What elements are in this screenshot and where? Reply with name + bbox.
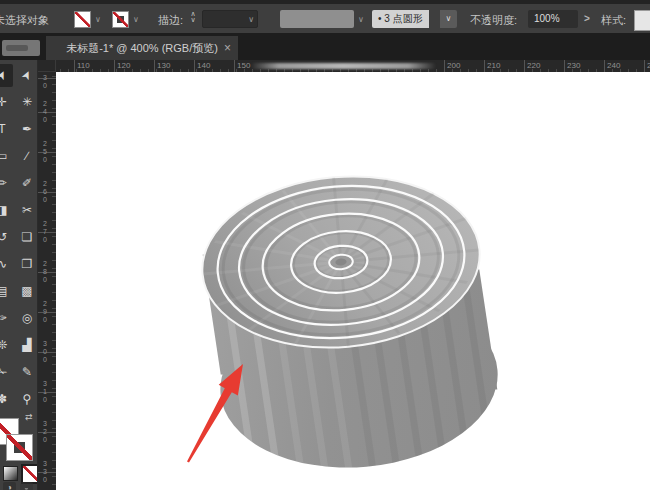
- none-fill-slash: [75, 12, 90, 27]
- magic-wand-tool[interactable]: ✛: [0, 91, 13, 114]
- style-swatch[interactable]: [634, 10, 650, 31]
- scissors-tool-icon: ✂: [22, 199, 32, 222]
- gradient-tool[interactable]: ▩: [16, 280, 38, 303]
- none-slash: [23, 466, 38, 482]
- pen-tool-icon: ✒: [22, 118, 32, 141]
- type-tool[interactable]: T: [0, 118, 13, 141]
- control-panel: 未选择对象 ∨ ∨ 描边: ∧ ∨ ∨ ∨ • 3 点圆形 ∨ 不透明度: 10…: [0, 4, 650, 34]
- tool-row: ↺❏: [0, 224, 38, 252]
- ruler-origin-corner: [38, 60, 56, 72]
- width-tool[interactable]: ∿: [0, 253, 13, 276]
- hand-tool[interactable]: ✽: [0, 388, 13, 411]
- selection-tool-icon: ➤: [0, 66, 15, 85]
- stroke-color-swatch[interactable]: [112, 11, 129, 28]
- draw-behind-mode-button[interactable]: ◒: [20, 482, 33, 490]
- h-ruler-label: 110: [77, 61, 90, 70]
- gradient-swatch-button[interactable]: [3, 466, 18, 481]
- eraser-tool[interactable]: ◨: [0, 199, 13, 222]
- artboard-canvas[interactable]: [56, 72, 650, 490]
- stroke-weight-stepper[interactable]: ∧ ∨: [188, 11, 198, 23]
- line-segment-tool[interactable]: ∕: [16, 145, 38, 168]
- column-graph-tool[interactable]: ▟: [16, 334, 38, 357]
- none-swatch-button[interactable]: [21, 464, 38, 484]
- stepper-down-icon[interactable]: ∨: [188, 17, 198, 23]
- tool-row: ✽⚲: [0, 386, 38, 414]
- shape-builder-tool[interactable]: ◎: [16, 307, 38, 330]
- h-ruler-label: 130: [157, 61, 170, 70]
- stroke-chevron-down-icon[interactable]: ∨: [133, 15, 139, 24]
- tool-row: ◨✂: [0, 197, 38, 225]
- stroke-weight-label: 描边:: [158, 13, 183, 28]
- tool-row: ▭∕: [0, 143, 38, 171]
- stroke-weight-chevron-icon[interactable]: ∨: [248, 15, 254, 24]
- magic-wand-tool-icon: ✛: [0, 91, 7, 114]
- zoom-tool-icon: ⚲: [23, 388, 32, 411]
- tool-row: ▤▩: [0, 278, 38, 306]
- opacity-value-field[interactable]: 100%: [528, 10, 578, 28]
- variable-width-profile-field[interactable]: [280, 10, 354, 28]
- h-major-tick: [484, 60, 485, 72]
- document-tab-bar: 未标题-1* @ 400% (RGB/预览) ×: [0, 33, 650, 60]
- h-major-tick: [604, 60, 605, 72]
- brush-definition-dropdown[interactable]: • 3 点圆形: [372, 10, 429, 28]
- document-tab[interactable]: 未标题-1* @ 400% (RGB/预览) ×: [46, 36, 238, 60]
- tool-row: ∿❐: [0, 251, 38, 279]
- h-major-tick: [194, 60, 195, 72]
- stroke-none-slash: [7, 435, 32, 460]
- lasso-tool[interactable]: ✳: [16, 91, 38, 114]
- slice-tool[interactable]: ✁: [0, 361, 13, 384]
- h-major-tick: [644, 60, 645, 72]
- h-major-tick: [524, 60, 525, 72]
- rotate-tool-icon: ↺: [0, 226, 7, 249]
- draw-normal-mode-button[interactable]: ◑: [3, 482, 16, 490]
- v-ruler-label: 260: [41, 180, 49, 204]
- horizontal-ruler: 110120130140150200210220230240250: [56, 60, 650, 72]
- tool-row: ✁✎: [0, 359, 38, 387]
- tab-close-icon[interactable]: ×: [224, 36, 231, 60]
- pen-tool[interactable]: ✒: [16, 118, 38, 141]
- scissors-tool[interactable]: ✂: [16, 199, 38, 222]
- tool-row: ✛✳: [0, 89, 38, 117]
- paintbrush-tool[interactable]: ✐: [16, 172, 38, 195]
- free-transform-tool[interactable]: ❐: [16, 253, 38, 276]
- mesh-tool[interactable]: ▤: [0, 280, 13, 303]
- selection-tool[interactable]: ➤: [0, 64, 13, 87]
- v-ruler-label: 320: [41, 420, 49, 444]
- rectangle-tool[interactable]: ▭: [0, 145, 13, 168]
- eyedropper-tool-icon: ✑: [0, 307, 7, 330]
- rotate-tool[interactable]: ↺: [0, 226, 13, 249]
- slice-tool-icon: ✁: [0, 361, 7, 384]
- curvature-tool-icon: ✎: [22, 361, 32, 384]
- brush-chevron-icon[interactable]: ∨: [440, 10, 457, 28]
- h-major-tick: [564, 60, 565, 72]
- h-ruler-label: 220: [527, 61, 540, 70]
- curvature-tool[interactable]: ✎: [16, 361, 38, 384]
- symbol-sprayer-tool[interactable]: ❊: [0, 334, 13, 357]
- eyedropper-tool[interactable]: ✑: [0, 307, 13, 330]
- artboard-tool[interactable]: ❏: [16, 226, 38, 249]
- h-major-tick: [74, 60, 75, 72]
- stroke-weight-dropdown[interactable]: ∨: [202, 10, 258, 28]
- h-major-tick: [154, 60, 155, 72]
- h-ruler-label: 240: [607, 61, 620, 70]
- stroke-swatch-button[interactable]: [6, 434, 33, 461]
- profile-chevron-icon[interactable]: ∨: [358, 15, 364, 24]
- direct-selection-tool[interactable]: ➤: [16, 64, 38, 87]
- zoom-tool[interactable]: ⚲: [16, 388, 38, 411]
- fill-chevron-down-icon[interactable]: ∨: [95, 15, 101, 24]
- vertical-ruler: 230240250260270280290300310320330: [38, 72, 56, 490]
- h-ruler-label: 150: [237, 61, 250, 70]
- shape-builder-tool-icon: ◎: [22, 307, 32, 330]
- line-segment-tool-icon: ∕: [26, 145, 28, 168]
- opacity-expand-icon[interactable]: >: [584, 13, 590, 24]
- type-tool-icon: T: [0, 118, 6, 141]
- artboard-tool-icon: ❏: [22, 226, 33, 249]
- v-ruler-label: 270: [41, 220, 49, 244]
- h-ruler-label: 230: [567, 61, 580, 70]
- tools-panel: ⇄ ◑ ◒ ➤➤✛✳T✒▭∕✏✐◨✂↺❏∿❐▤▩✑◎❊▟✁✎✽⚲: [0, 60, 38, 490]
- fill-color-swatch[interactable]: [74, 11, 91, 28]
- tool-row: T✒: [0, 116, 38, 144]
- lasso-tool-icon: ✳: [22, 91, 32, 114]
- h-ruler-label: 210: [487, 61, 500, 70]
- pencil-tool[interactable]: ✏: [0, 172, 13, 195]
